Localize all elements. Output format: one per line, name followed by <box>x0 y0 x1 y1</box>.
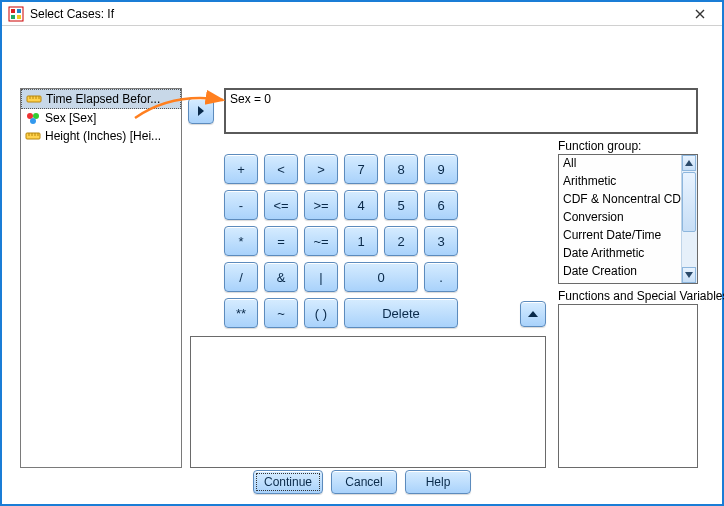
svg-rect-2 <box>17 9 21 13</box>
keypad-minus[interactable]: - <box>224 190 258 220</box>
keypad-or[interactable]: | <box>304 262 338 292</box>
keypad-pow[interactable]: ** <box>224 298 258 328</box>
app-icon <box>8 6 24 22</box>
keypad: + < > 7 8 9 - <= >= 4 5 6 * = ~= 1 2 <box>224 154 510 334</box>
variable-label: Time Elapsed Befor... <box>46 92 160 106</box>
keypad-3[interactable]: 3 <box>424 226 458 256</box>
dialog-footer: Continue Cancel Help <box>2 470 722 494</box>
keypad-paren[interactable]: ( ) <box>304 298 338 328</box>
cancel-button[interactable]: Cancel <box>331 470 397 494</box>
move-variable-button[interactable] <box>188 98 214 124</box>
keypad-mul[interactable]: * <box>224 226 258 256</box>
function-group-item[interactable]: Current Date/Time <box>559 227 681 245</box>
insert-function-button[interactable] <box>520 301 546 327</box>
svg-rect-4 <box>17 15 21 19</box>
variable-label: Sex [Sex] <box>45 111 96 125</box>
expression-input[interactable]: Sex = 0 <box>224 88 698 134</box>
keypad-and[interactable]: & <box>264 262 298 292</box>
keypad-delete[interactable]: Delete <box>344 298 458 328</box>
variable-item[interactable]: Time Elapsed Befor... <box>21 89 181 109</box>
function-group-item[interactable]: Date Creation <box>559 263 681 281</box>
dialog-body: Time Elapsed Befor... Sex [Sex] Height (… <box>2 26 722 504</box>
keypad-le[interactable]: <= <box>264 190 298 220</box>
keypad-5[interactable]: 5 <box>384 190 418 220</box>
description-box <box>190 336 546 468</box>
function-group-label: Function group: <box>558 139 641 153</box>
keypad-6[interactable]: 6 <box>424 190 458 220</box>
svg-rect-1 <box>11 9 15 13</box>
svg-point-12 <box>30 118 36 124</box>
function-group-item[interactable]: Date Arithmetic <box>559 245 681 263</box>
function-group-item[interactable]: Arithmetic <box>559 173 681 191</box>
variable-list[interactable]: Time Elapsed Befor... Sex [Sex] Height (… <box>20 88 182 468</box>
keypad-plus[interactable]: + <box>224 154 258 184</box>
function-group-item[interactable]: CDF & Noncentral CDF <box>559 191 681 209</box>
continue-button[interactable]: Continue <box>253 470 323 494</box>
keypad-ge[interactable]: >= <box>304 190 338 220</box>
keypad-2[interactable]: 2 <box>384 226 418 256</box>
nominal-icon <box>25 110 41 126</box>
dialog-title: Select Cases: If <box>30 7 682 21</box>
keypad-0[interactable]: 0 <box>344 262 418 292</box>
keypad-neq[interactable]: ~= <box>304 226 338 256</box>
ruler-icon <box>26 91 42 107</box>
function-group-item[interactable]: All <box>559 155 681 173</box>
keypad-8[interactable]: 8 <box>384 154 418 184</box>
keypad-gt[interactable]: > <box>304 154 338 184</box>
help-button[interactable]: Help <box>405 470 471 494</box>
keypad-div[interactable]: / <box>224 262 258 292</box>
svg-rect-3 <box>11 15 15 19</box>
scroll-up-icon[interactable] <box>682 155 696 171</box>
svg-point-10 <box>27 113 33 119</box>
ruler-icon <box>25 128 41 144</box>
functions-special-vars-label: Functions and Special Variables: <box>558 289 724 303</box>
variable-item[interactable]: Sex [Sex] <box>21 109 181 127</box>
function-group-list[interactable]: All Arithmetic CDF & Noncentral CDF Conv… <box>558 154 698 284</box>
keypad-1[interactable]: 1 <box>344 226 378 256</box>
svg-point-11 <box>33 113 39 119</box>
scroll-thumb[interactable] <box>682 172 696 232</box>
expression-text: Sex = 0 <box>230 92 271 106</box>
scroll-down-icon[interactable] <box>682 267 696 283</box>
keypad-lt[interactable]: < <box>264 154 298 184</box>
keypad-eq[interactable]: = <box>264 226 298 256</box>
variable-label: Height (Inches) [Hei... <box>45 129 161 143</box>
dialog-window: Select Cases: If Time Elapsed Befor... S… <box>0 0 724 506</box>
keypad-7[interactable]: 7 <box>344 154 378 184</box>
keypad-not[interactable]: ~ <box>264 298 298 328</box>
scrollbar[interactable] <box>681 155 697 283</box>
close-button[interactable] <box>682 3 718 25</box>
functions-special-vars-list[interactable] <box>558 304 698 468</box>
keypad-dot[interactable]: . <box>424 262 458 292</box>
variable-item[interactable]: Height (Inches) [Hei... <box>21 127 181 145</box>
function-group-item[interactable]: Conversion <box>559 209 681 227</box>
keypad-9[interactable]: 9 <box>424 154 458 184</box>
titlebar: Select Cases: If <box>2 2 722 26</box>
keypad-4[interactable]: 4 <box>344 190 378 220</box>
